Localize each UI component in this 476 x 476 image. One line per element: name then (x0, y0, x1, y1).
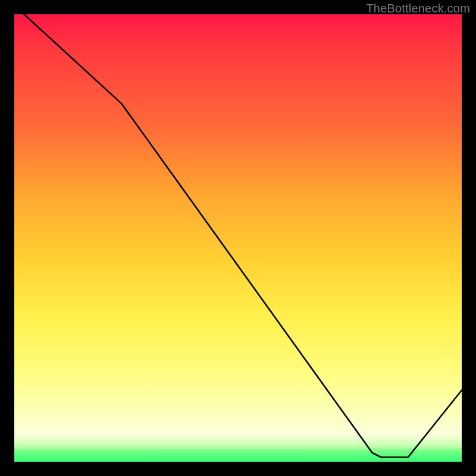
plot-area (14, 14, 462, 462)
bottleneck-line (14, 5, 462, 458)
watermark-text: TheBottleneck.com (366, 2, 470, 15)
chart-frame: TheBottleneck.com (0, 0, 476, 476)
line-chart-svg (14, 14, 462, 462)
